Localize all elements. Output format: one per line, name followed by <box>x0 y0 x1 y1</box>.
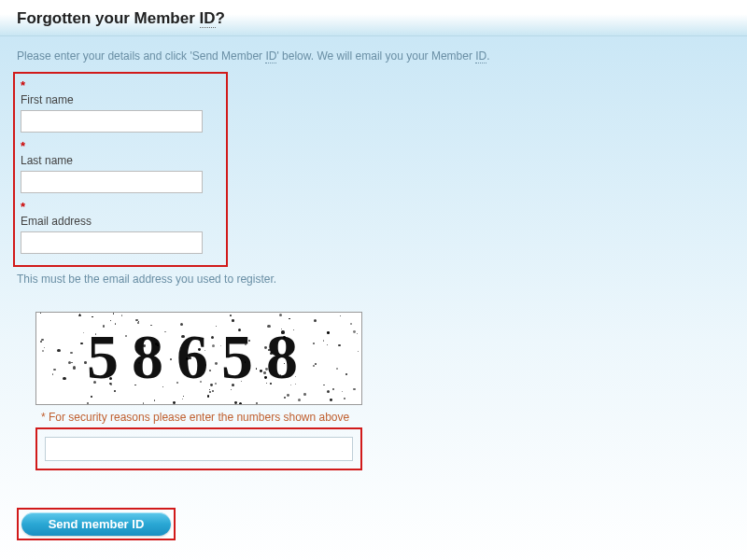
email-label: Email address <box>21 215 220 228</box>
captcha-image: 58658 <box>35 312 362 405</box>
captcha-hint: * For security reasons please enter the … <box>41 411 747 424</box>
captcha-section: 58658 * For security reasons please ente… <box>35 312 747 470</box>
intro-text: Please enter your details and click 'Sen… <box>0 36 747 68</box>
last-name-label: Last name <box>21 154 220 167</box>
required-marker: * <box>21 140 220 152</box>
submit-highlight: Send member ID <box>17 508 176 540</box>
page-title: Forgotten your Member ID? <box>17 9 730 28</box>
first-name-input[interactable] <box>21 110 203 133</box>
send-member-id-button[interactable]: Send member ID <box>21 512 171 536</box>
intro-before: Please enter your details and click 'Sen… <box>17 49 265 63</box>
required-marker: * <box>21 79 220 91</box>
member-details-fields: * First name * Last name * Email address <box>13 72 228 267</box>
submit-area: Send member ID <box>17 508 747 540</box>
last-name-input[interactable] <box>21 171 203 193</box>
captcha-digits: 58658 <box>87 320 311 394</box>
first-name-group: * First name <box>21 79 220 133</box>
email-hint: This must be the email address you used … <box>0 267 747 286</box>
intro-id2: ID <box>475 49 486 63</box>
captcha-input[interactable] <box>45 437 353 461</box>
intro-period: . <box>486 49 489 63</box>
title-id: ID <box>200 9 216 28</box>
email-input[interactable] <box>21 231 203 254</box>
captcha-input-box <box>35 427 362 470</box>
required-marker: * <box>21 201 220 213</box>
page-header: Forgotten your Member ID? <box>0 0 747 36</box>
forgot-member-id-page: Forgotten your Member ID? Please enter y… <box>0 0 747 560</box>
email-group: * Email address <box>21 201 220 254</box>
last-name-group: * Last name <box>21 140 220 193</box>
intro-after: ' below. We will email you your Member <box>276 49 475 63</box>
intro-id1: ID <box>265 49 276 63</box>
title-text-prefix: Forgotten your Member <box>17 9 200 27</box>
first-name-label: First name <box>21 93 220 106</box>
title-text-suffix: ? <box>216 9 225 27</box>
